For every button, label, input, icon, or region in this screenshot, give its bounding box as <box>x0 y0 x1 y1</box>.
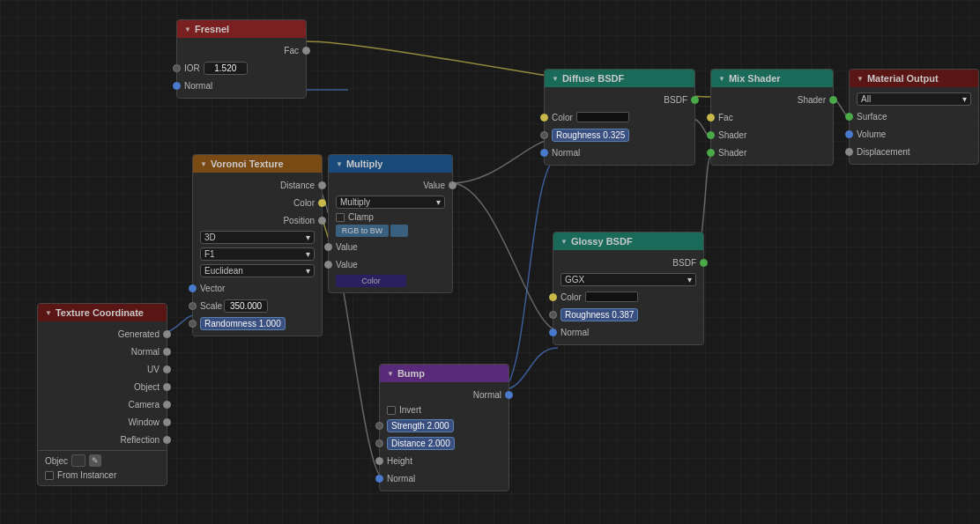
glossy-collapse[interactable]: ▼ <box>561 238 568 246</box>
glossy-normal-socket[interactable] <box>549 328 557 336</box>
mix-shader-out-socket[interactable] <box>829 96 837 104</box>
bump-height-socket[interactable] <box>375 457 383 465</box>
bump-distance-value[interactable]: Distance 2.000 <box>387 437 455 450</box>
tex-coord-window: Window <box>38 413 167 431</box>
rgb-to-bw-button[interactable]: RGB to BW <box>336 225 389 237</box>
mix-shader1-socket[interactable] <box>707 131 715 139</box>
multiply-operation-dropdown[interactable]: Multiply▾ <box>336 196 445 209</box>
material-output-dropdown[interactable]: All▾ <box>857 92 971 106</box>
multiply-header: ▼ Multiply <box>329 155 452 173</box>
voronoi-output-color: Color <box>193 194 322 211</box>
voronoi-scale-value[interactable]: 350.000 <box>224 299 268 313</box>
bump-node: ▼ Bump Normal Invert Strength 2.000 Dist… <box>379 364 509 491</box>
material-output-collapse[interactable]: ▼ <box>857 75 864 83</box>
tc-normal-socket[interactable] <box>163 348 171 356</box>
bump-header: ▼ Bump <box>380 365 509 382</box>
multiply-val1-socket[interactable] <box>324 243 332 251</box>
diffuse-normal-socket[interactable] <box>540 149 548 157</box>
voronoi-position-socket[interactable] <box>318 217 326 225</box>
diffuse-color-swatch[interactable] <box>576 112 629 122</box>
tc-eyedropper[interactable]: ✎ <box>89 454 101 467</box>
mix-shader-input-shader2: Shader <box>711 144 833 161</box>
bump-strength-value[interactable]: Strength 2.000 <box>387 419 454 432</box>
material-output-surface: Surface <box>850 107 978 125</box>
material-volume-socket[interactable] <box>845 130 853 138</box>
material-output-header: ▼ Material Output <box>850 70 978 87</box>
bump-distance-socket[interactable] <box>375 439 383 447</box>
diffuse-color-socket[interactable] <box>540 114 548 122</box>
diffuse-roughness-value[interactable]: Roughness 0.325 <box>552 129 629 142</box>
voronoi-collapse[interactable]: ▼ <box>200 160 207 168</box>
bump-invert-checkbox[interactable] <box>387 406 396 415</box>
tc-object-socket[interactable] <box>163 383 171 391</box>
tex-coord-generated: Generated <box>38 325 167 343</box>
bump-input-normal: Normal <box>380 469 509 487</box>
fresnel-collapse[interactable]: ▼ <box>184 26 191 33</box>
voronoi-dim-dropdown[interactable]: 3D▾ <box>200 231 315 244</box>
voronoi-randomness-socket[interactable] <box>189 320 197 328</box>
voronoi-randomness-value[interactable]: Randomness 1.000 <box>200 317 286 330</box>
fresnel-normal-socket[interactable] <box>173 82 181 90</box>
voronoi-color-socket[interactable] <box>318 199 326 207</box>
bump-collapse[interactable]: ▼ <box>387 370 394 378</box>
tc-camera-socket[interactable] <box>163 401 171 409</box>
bump-output-normal: Normal <box>380 386 509 403</box>
diffuse-bsdf-socket[interactable] <box>691 96 699 104</box>
bump-strength-socket[interactable] <box>375 422 383 430</box>
mix-shader-header: ▼ Mix Shader <box>711 70 833 87</box>
glossy-title: Glossy BSDF <box>571 236 633 247</box>
diffuse-roughness-socket[interactable] <box>540 131 548 139</box>
diffuse-collapse[interactable]: ▼ <box>552 75 559 83</box>
voronoi-output-distance: Distance <box>193 176 322 194</box>
mix-fac-socket[interactable] <box>707 114 715 122</box>
fresnel-ior-value[interactable]: 1.520 <box>204 62 248 75</box>
fresnel-fac-socket[interactable] <box>302 47 310 55</box>
tc-uv-socket[interactable] <box>163 365 171 373</box>
material-surface-socket[interactable] <box>845 113 853 121</box>
tex-coord-object: Object <box>38 378 167 395</box>
diffuse-header: ▼ Diffuse BSDF <box>545 70 694 87</box>
diffuse-input-roughness: Roughness 0.325 <box>545 126 694 144</box>
tc-window-socket[interactable] <box>163 418 171 426</box>
fresnel-node: ▼ Fresnel Fac IOR 1.520 Normal <box>176 19 307 99</box>
voronoi-distance-socket[interactable] <box>318 181 326 189</box>
glossy-color-swatch[interactable] <box>585 292 638 302</box>
tc-generated-socket[interactable] <box>163 330 171 338</box>
mix-shader2-socket[interactable] <box>707 149 715 157</box>
bump-normal-in-socket[interactable] <box>375 475 383 483</box>
glossy-dist-dropdown[interactable]: GGX▾ <box>561 273 696 286</box>
material-displacement-socket[interactable] <box>845 148 853 156</box>
glossy-color-socket[interactable] <box>549 293 557 301</box>
mix-shader-title: Mix Shader <box>729 73 781 84</box>
fresnel-output-fac: Fac <box>177 41 306 59</box>
tc-reflection-socket[interactable] <box>163 436 171 444</box>
multiply-input-value1: Value <box>329 238 452 255</box>
multiply-value-out-socket[interactable] <box>449 181 457 189</box>
tc-object-picker[interactable] <box>71 454 85 467</box>
voronoi-vector-socket[interactable] <box>189 284 197 292</box>
tc-from-instancer-checkbox[interactable] <box>45 471 54 480</box>
voronoi-header: ▼ Voronoi Texture <box>193 155 322 173</box>
multiply-collapse[interactable]: ▼ <box>336 160 343 168</box>
glossy-input-roughness: Roughness 0.387 <box>553 306 703 323</box>
tex-coord-reflection: Reflection <box>38 431 167 448</box>
tex-coord-collapse[interactable]: ▼ <box>45 309 52 317</box>
glossy-roughness-socket[interactable] <box>549 311 557 319</box>
voronoi-dist-dropdown[interactable]: Euclidean▾ <box>200 264 315 277</box>
mix-shader-collapse[interactable]: ▼ <box>718 75 725 83</box>
fresnel-ior-socket[interactable] <box>173 64 181 72</box>
voronoi-input-scale: Scale 350.000 <box>193 297 322 314</box>
glossy-bsdf-socket[interactable] <box>700 259 708 267</box>
multiply-clamp-checkbox[interactable] <box>336 213 345 222</box>
voronoi-input-vector: Vector <box>193 279 322 297</box>
glossy-input-color: Color <box>553 288 703 306</box>
voronoi-f-dropdown[interactable]: F1▾ <box>200 247 315 261</box>
voronoi-output-position: Position <box>193 211 322 229</box>
voronoi-scale-socket[interactable] <box>189 302 197 310</box>
tex-coord-normal: Normal <box>38 343 167 360</box>
multiply-val2-socket[interactable] <box>324 261 332 269</box>
tex-coord-title: Texture Coordinate <box>56 307 144 318</box>
fresnel-header: ▼ Fresnel <box>177 20 306 38</box>
glossy-roughness-value[interactable]: Roughness 0.387 <box>561 308 638 321</box>
bump-normal-out-socket[interactable] <box>505 391 513 399</box>
